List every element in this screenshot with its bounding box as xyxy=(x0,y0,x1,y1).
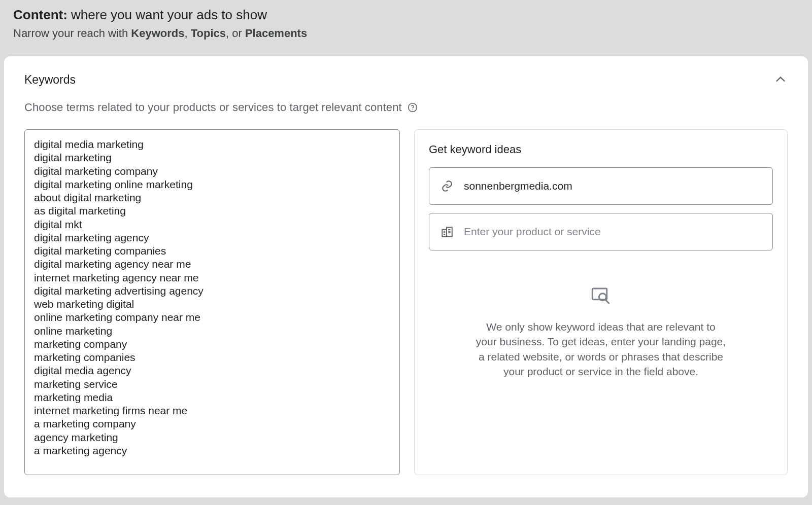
svg-line-12 xyxy=(605,300,609,304)
content-header-label: Content: xyxy=(13,7,67,22)
card-description: Choose terms related to your products or… xyxy=(24,101,402,114)
subheader-sep2: , or xyxy=(226,27,245,40)
building-icon xyxy=(441,225,454,238)
content-subheader: Narrow your reach with Keywords, Topics,… xyxy=(13,27,799,40)
help-icon[interactable] xyxy=(407,102,418,113)
ideas-panel-title: Get keyword ideas xyxy=(429,143,773,156)
subheader-topics: Topics xyxy=(191,27,226,40)
card-title: Keywords xyxy=(24,73,76,87)
keyword-ideas-panel: Get keyword ideas xyxy=(414,129,788,475)
link-icon xyxy=(441,179,454,193)
subheader-prefix: Narrow your reach with xyxy=(13,27,131,40)
svg-point-1 xyxy=(412,110,413,111)
keyword-search-icon xyxy=(591,286,611,306)
subheader-sep1: , xyxy=(184,27,190,40)
content-header: Content: where you want your ads to show xyxy=(13,7,799,23)
content-header-rest: where you want your ads to show xyxy=(67,7,267,22)
product-input[interactable] xyxy=(464,226,761,238)
subheader-keywords: Keywords xyxy=(131,27,184,40)
website-input-wrap[interactable] xyxy=(429,167,773,205)
website-input[interactable] xyxy=(464,180,761,192)
ideas-help-text: We only show keyword ideas that are rele… xyxy=(475,319,727,379)
keywords-input[interactable] xyxy=(24,129,400,475)
keywords-card: Keywords Choose terms related to your pr… xyxy=(4,56,808,497)
collapse-toggle[interactable] xyxy=(773,73,788,87)
product-input-wrap[interactable] xyxy=(429,213,773,250)
chevron-up-icon xyxy=(773,73,788,87)
subheader-placements: Placements xyxy=(245,27,307,40)
svg-rect-3 xyxy=(447,227,452,236)
